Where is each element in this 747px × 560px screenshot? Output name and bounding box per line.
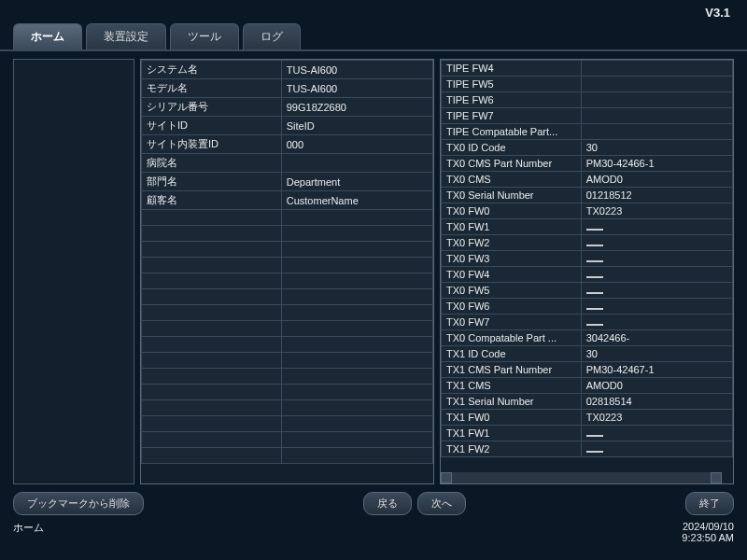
row-label: サイトID [142,117,282,135]
row-value [581,108,732,124]
table-row: TX0 FW2 [442,235,733,251]
tab-1[interactable]: 装置設定 [86,23,166,49]
table-row [142,416,433,432]
table-row: TX0 CMSAMOD0 [442,172,733,188]
table-row: TX1 CMS Part NumberPM30-42467-1 [442,362,733,378]
table-row [142,321,433,337]
row-label: 病院名 [142,154,282,173]
row-value: Department [281,173,432,191]
row-label: TX0 Serial Number [442,188,582,203]
row-value [281,432,432,448]
row-value [281,400,432,416]
table-row [142,258,433,273]
table-row: TIPE FW6 [442,92,733,108]
row-label: システム名 [142,61,282,79]
row-label: TIPE FW4 [442,61,582,77]
tab-bar: ホーム装置設定ツールログ [0,23,747,51]
scroll-left-icon[interactable] [441,472,452,483]
row-value: AMOD0 [581,172,732,188]
scroll-right-icon[interactable] [711,472,722,483]
table-row [142,210,433,226]
horizontal-scrollbar[interactable] [441,472,722,483]
row-label: TX1 FW0 [442,410,582,426]
row-label: 部門名 [142,173,282,191]
tab-2[interactable]: ツール [170,23,239,49]
table-row [142,305,433,321]
row-label: TX1 Serial Number [442,394,582,410]
table-row [142,432,433,448]
table-row: TX1 CMSAMOD0 [442,378,733,394]
next-button[interactable]: 次へ [417,492,466,515]
table-row: 部門名Department [142,173,433,191]
table-row [142,385,433,400]
row-value [581,61,732,77]
row-value [281,416,432,432]
row-label [142,369,282,385]
row-value: TUS-AI600 [281,61,432,79]
table-row: TIPE Compatable Part... [442,124,733,140]
table-row: TX0 FW0TX0223 [442,203,733,219]
status-datetime: 2024/09/109:23:50 AM [682,521,734,543]
row-label [142,242,282,258]
tab-3[interactable]: ログ [243,23,301,49]
back-button[interactable]: 戻る [363,492,412,515]
table-row [142,448,433,464]
row-value: 02818514 [581,394,732,410]
table-row: 病院名 [142,154,433,173]
row-label: TX0 FW6 [442,299,582,315]
table-row [142,400,433,416]
bookmark-delete-button[interactable]: ブックマークから削除 [13,492,144,515]
row-label: 顧客名 [142,191,282,210]
table-row: TIPE FW5 [442,77,733,92]
row-value [581,315,732,330]
row-value: PM30-42466-1 [581,156,732,172]
row-value [281,369,432,385]
table-row: TX1 FW2 [442,441,733,457]
table-row: モデル名TUS-AI600 [142,79,433,98]
tab-0[interactable]: ホーム [13,23,82,49]
exit-button[interactable]: 終了 [685,492,734,515]
table-row: サイトIDSiteID [142,117,433,135]
table-row: TX0 FW7 [442,315,733,330]
row-label: TX0 FW5 [442,283,582,299]
row-value [581,426,732,441]
row-value [281,305,432,321]
table-row [142,369,433,385]
row-label [142,416,282,432]
row-value [281,289,432,305]
row-label [142,289,282,305]
row-value [281,273,432,289]
row-label: サイト内装置ID [142,135,282,154]
row-value [581,299,732,315]
row-label: TIPE FW7 [442,108,582,124]
row-value: 3042466- [581,330,732,346]
row-label [142,337,282,353]
row-label: TX0 FW3 [442,251,582,267]
row-label [142,305,282,321]
row-value: PM30-42467-1 [581,362,732,378]
row-label: TX0 FW7 [442,315,582,330]
row-value: TX0223 [581,203,732,219]
row-label: TX1 CMS [442,378,582,394]
firmware-table: TIPE FW4TIPE FW5TIPE FW6TIPE FW7TIPE Com… [440,59,734,484]
row-value [581,441,732,457]
row-value [281,337,432,353]
row-value: AMOD0 [581,378,732,394]
row-label: TX1 FW2 [442,441,582,457]
table-row: TX1 ID Code30 [442,346,733,362]
row-label [142,432,282,448]
row-label: TX0 FW0 [442,203,582,219]
row-value: 30 [581,346,732,362]
row-value [281,448,432,464]
row-label: TX0 CMS Part Number [442,156,582,172]
row-label: シリアル番号 [142,98,282,117]
table-row [142,273,433,289]
row-value [581,235,732,251]
row-value [581,92,732,108]
row-label: モデル名 [142,79,282,98]
row-value: 99G18Z2680 [281,98,432,117]
row-value [281,210,432,226]
row-label: TIPE Compatable Part... [442,124,582,140]
table-row: サイト内装置ID000 [142,135,433,154]
row-label [142,353,282,369]
